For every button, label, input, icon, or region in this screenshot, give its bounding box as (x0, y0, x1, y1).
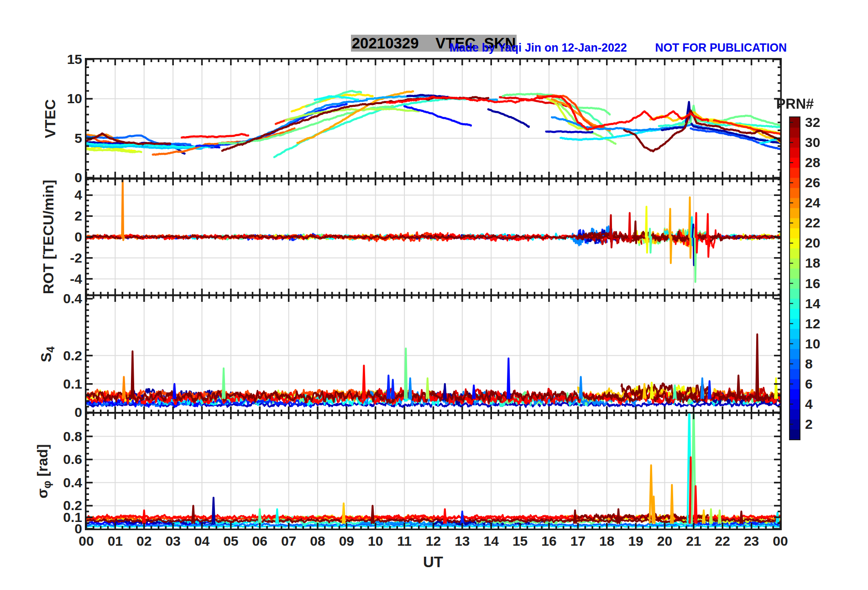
colorbar-tick-label-10: 10 (805, 336, 820, 352)
colorbar-tick-label-16: 16 (805, 276, 820, 291)
x-tick-label-23: 23 (744, 533, 759, 549)
panel-sigma-phi (85, 412, 782, 530)
x-tick-label-2: 02 (136, 533, 152, 549)
x-tick-label-11: 11 (397, 533, 412, 549)
x-tick-label-7: 07 (281, 533, 296, 549)
colorbar-tick-label-32: 32 (805, 115, 820, 130)
x-tick-label-13: 13 (455, 533, 470, 549)
x-tick-label-12: 12 (426, 533, 441, 549)
y-axis-title-rot: ROT [TECU/min] (40, 180, 57, 295)
colorbar-tick-label-8: 8 (805, 356, 813, 372)
x-tick-label-18: 18 (599, 533, 614, 549)
x-tick-label-5: 05 (223, 533, 238, 549)
x-tick-label-3: 03 (165, 533, 180, 549)
x-tick-label-15: 15 (512, 533, 528, 549)
sigma-phi-plot-canvas (85, 412, 782, 530)
y-axis-title-s4: S4 (38, 346, 57, 362)
colorbar-title: PRN# (776, 96, 814, 112)
colorbar-tick-label-2: 2 (805, 416, 813, 432)
y-tick-label-vtec-15: 15 (40, 52, 82, 67)
y-tick-label-sigma_phi-0.8: 0.8 (40, 429, 82, 444)
x-tick-label-4: 04 (194, 533, 209, 549)
x-axis-title: UT (423, 553, 443, 571)
colorbar-tick-label-28: 28 (805, 155, 820, 170)
y-tick-label-s4-0.1: 0.1 (40, 376, 82, 392)
credit-text: Made by Yaqi Jin on 12-Jan-2022 (450, 41, 627, 54)
x-tick-label-0: 00 (78, 533, 94, 549)
x-tick-label-10: 10 (368, 533, 383, 549)
rot-plot-canvas (85, 178, 782, 296)
panel-s4 (85, 295, 782, 414)
vtec-plot-canvas (85, 58, 782, 179)
colorbar-tick-label-24: 24 (805, 195, 820, 211)
s4-plot-canvas (85, 295, 782, 414)
x-tick-label-24: 00 (773, 533, 788, 549)
x-tick-label-14: 14 (484, 533, 499, 549)
y-tick-label-sigma_phi-0: 0 (40, 521, 82, 537)
x-tick-label-19: 19 (628, 533, 643, 549)
colorbar-tick-label-20: 20 (805, 235, 820, 251)
colorbar-tick-label-12: 12 (805, 316, 820, 332)
colorbar-tick-label-6: 6 (805, 376, 813, 392)
colorbar-tick-label-30: 30 (805, 135, 820, 150)
colorbar-tick-label-18: 18 (805, 255, 820, 271)
warning-text: NOT FOR PUBLICATION (655, 41, 787, 54)
y-axis-title-vtec: VTEC (42, 99, 59, 138)
x-tick-label-22: 22 (715, 533, 730, 549)
x-tick-label-16: 16 (541, 533, 556, 549)
x-tick-label-9: 09 (339, 533, 354, 549)
colorbar-tick-label-26: 26 (805, 175, 820, 190)
figure-root: 20210329 VTEC SKN Made by Yaqi Jin on 12… (0, 0, 868, 590)
credit-line: Made by Yaqi Jin on 12-Jan-2022NOT FOR P… (450, 41, 860, 54)
y-axis-title-sigma_phi: σφ [rad] (34, 444, 53, 498)
x-tick-label-21: 21 (686, 533, 701, 549)
colorbar-tick-label-4: 4 (805, 396, 813, 412)
panel-vtec (85, 58, 782, 179)
colorbar-tick-label-14: 14 (805, 296, 820, 311)
y-tick-label-s4-0: 0 (40, 405, 82, 420)
panel-rot (85, 178, 782, 296)
colorbar-tick-label-22: 22 (805, 215, 820, 231)
colorbar (789, 116, 800, 442)
x-tick-label-1: 01 (108, 533, 123, 549)
x-tick-label-17: 17 (570, 533, 586, 549)
x-tick-label-20: 20 (657, 533, 672, 549)
x-tick-label-6: 06 (252, 533, 267, 549)
colorbar-canvas (789, 116, 800, 440)
x-tick-label-8: 08 (310, 533, 325, 549)
